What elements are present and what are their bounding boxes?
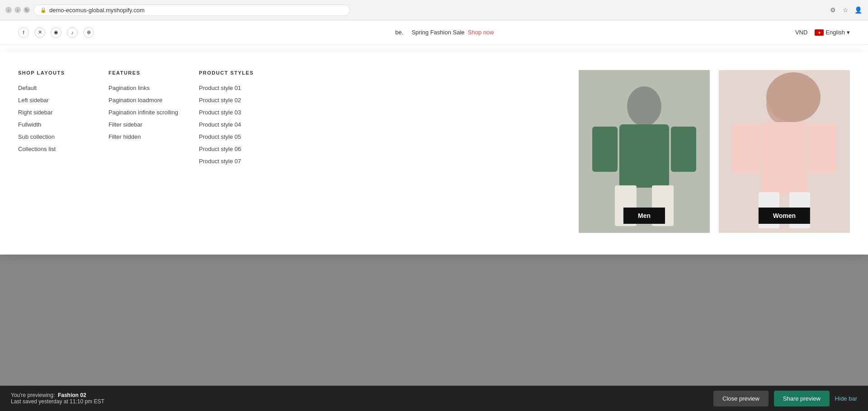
product-style-05[interactable]: Product style 05 — [199, 133, 289, 140]
feature-filter-hidden[interactable]: Filter hidden — [108, 133, 199, 140]
back-button[interactable]: ‹ — [5, 7, 12, 13]
product-styles-column: PRODUCT STYLES Product style 01 Product … — [199, 70, 289, 233]
feature-pagination-links[interactable]: Pagination links — [108, 85, 199, 91]
layout-sub-collection[interactable]: Sub collection — [18, 133, 108, 140]
women-category-image[interactable]: Women — [719, 70, 850, 233]
feature-pagination-loadmore[interactable]: Pagination loadmore — [108, 97, 199, 104]
flag-icon — [815, 29, 824, 36]
extensions-icon: ⚙ — [828, 5, 837, 14]
svg-rect-12 — [808, 123, 836, 173]
hide-bar-button[interactable]: Hide bar — [835, 395, 857, 402]
browser-chrome: ‹ › ↻ 🔒 demo-ecomus-global.myshopify.com… — [0, 0, 868, 20]
preview-actions: Close preview Share preview Hide bar — [713, 391, 857, 406]
product-style-03[interactable]: Product style 03 — [199, 109, 289, 116]
lang-chevron: ▾ — [847, 29, 850, 36]
women-label[interactable]: Women — [759, 208, 810, 224]
twitter-icon[interactable]: ✕ — [34, 27, 45, 38]
forward-button[interactable]: › — [14, 7, 21, 13]
share-preview-button[interactable]: Share preview — [774, 391, 830, 406]
currency-selector[interactable]: VND — [795, 29, 807, 36]
language-selector[interactable]: English ▾ — [815, 29, 850, 36]
svg-point-1 — [627, 86, 661, 126]
features-title: FEATURES — [108, 70, 199, 76]
svg-point-9 — [766, 72, 821, 122]
close-preview-button[interactable]: Close preview — [713, 391, 769, 406]
website: f ✕ ◉ ♪ ⊕ be. Spring Fashion Sale Shop n… — [0, 20, 868, 217]
browser-extension-icons: ⚙ ☆ 👤 — [828, 5, 863, 14]
url-text: demo-ecomus-global.myshopify.com — [49, 7, 145, 14]
browser-nav-buttons: ‹ › ↻ — [5, 7, 30, 13]
menu-images: Men Women — [289, 70, 850, 233]
svg-rect-10 — [762, 122, 807, 194]
sale-text: Spring Fashion Sale — [411, 29, 464, 36]
layout-left-sidebar[interactable]: Left sidebar — [18, 97, 108, 104]
sale-link[interactable]: Shop now — [468, 29, 494, 36]
product-style-02[interactable]: Product style 02 — [199, 97, 289, 104]
women-image-placeholder: Women — [719, 70, 850, 233]
product-styles-title: PRODUCT STYLES — [199, 70, 289, 76]
layout-right-sidebar[interactable]: Right sidebar — [18, 109, 108, 116]
instagram-icon[interactable]: ◉ — [51, 27, 61, 38]
svg-rect-5 — [592, 127, 618, 172]
product-style-06[interactable]: Product style 06 — [199, 146, 289, 152]
feature-pagination-infinite[interactable]: Pagination infinite scrolling — [108, 109, 199, 116]
svg-rect-2 — [619, 124, 669, 188]
refresh-button[interactable]: ↻ — [24, 7, 30, 13]
preview-info: You're previewing: Fashion 02 Last saved… — [11, 392, 104, 405]
browser-toolbar: ‹ › ↻ 🔒 demo-ecomus-global.myshopify.com… — [0, 0, 868, 20]
facebook-icon[interactable]: f — [18, 27, 29, 38]
tiktok-icon[interactable]: ♪ — [67, 27, 78, 38]
preview-bar: You're previewing: Fashion 02 Last saved… — [0, 386, 868, 411]
last-saved: Last saved yesterday at 11:10 pm EST — [11, 398, 104, 405]
bookmark-icon: ☆ — [841, 5, 850, 14]
theme-name: Fashion 02 — [58, 392, 86, 398]
profile-icon: 👤 — [854, 5, 863, 14]
language-label: English — [826, 29, 845, 36]
men-image-placeholder: Men — [579, 70, 710, 233]
address-bar[interactable]: 🔒 demo-ecomus-global.myshopify.com — [33, 5, 350, 16]
social-icons-group: f ✕ ◉ ♪ ⊕ — [18, 27, 94, 38]
men-category-image[interactable]: Men — [579, 70, 710, 233]
layout-default[interactable]: Default — [18, 85, 108, 91]
shop-mega-menu: SHOP LAYOUTS Default Left sidebar Right … — [0, 52, 868, 255]
features-column: FEATURES Pagination links Pagination loa… — [108, 70, 199, 233]
lock-icon: 🔒 — [40, 7, 47, 13]
lang-currency-group: VND English ▾ — [795, 29, 850, 36]
layout-fullwidth[interactable]: Fullwidth — [18, 121, 108, 128]
men-label[interactable]: Men — [623, 208, 665, 224]
layout-collections-list[interactable]: Collections list — [18, 146, 108, 152]
shop-layouts-title: SHOP LAYOUTS — [18, 70, 108, 76]
announcement-prefix: be. — [395, 29, 403, 36]
previewing-label: You're previewing: — [11, 392, 55, 398]
shop-layouts-column: SHOP LAYOUTS Default Left sidebar Right … — [18, 70, 108, 233]
announcement-text: be. Spring Fashion Sale Shop now — [395, 29, 494, 36]
pinterest-icon[interactable]: ⊕ — [83, 27, 94, 38]
announcement-bar: f ✕ ◉ ♪ ⊕ be. Spring Fashion Sale Shop n… — [0, 20, 868, 45]
feature-filter-sidebar[interactable]: Filter sidebar — [108, 121, 199, 128]
svg-rect-6 — [671, 127, 696, 172]
svg-rect-11 — [732, 123, 760, 173]
product-style-07[interactable]: Product style 07 — [199, 158, 289, 165]
product-style-01[interactable]: Product style 01 — [199, 85, 289, 91]
product-style-04[interactable]: Product style 04 — [199, 121, 289, 128]
